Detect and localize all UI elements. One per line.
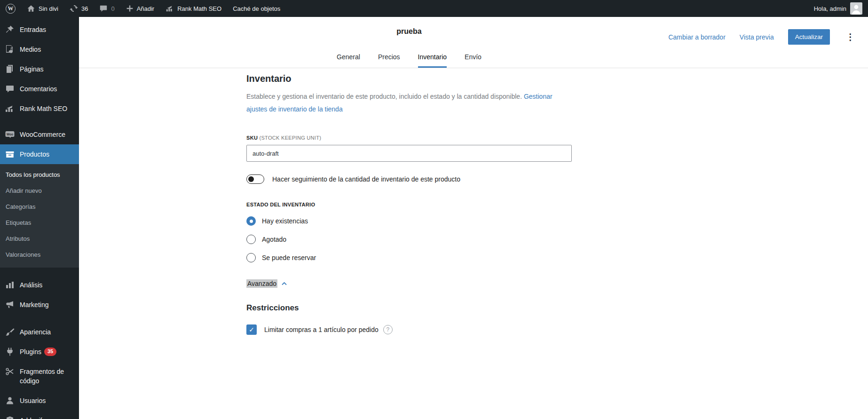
preview-link[interactable]: Vista previa [740, 33, 774, 41]
radio-label: Hay existencias [262, 217, 308, 225]
sidebar-item-entradas[interactable]: Entradas [0, 20, 79, 40]
limit-purchase-row: ✓ Limitar compras a 1 artículo por pedid… [246, 324, 572, 335]
sidebar-item-addonify[interactable]: Addonify [0, 411, 79, 419]
paintbrush-icon [5, 327, 15, 337]
editor-header: prueba General Precios Inventario Envío … [79, 17, 868, 68]
sidebar-item-productos[interactable]: Productos [0, 144, 79, 164]
advanced-toggle-label[interactable]: Avanzado [246, 279, 277, 288]
section-heading: Inventario [246, 73, 572, 84]
comments-indicator[interactable]: 0 [94, 0, 120, 17]
sidebar-item-label: Productos [20, 150, 49, 159]
rank-math-bar-item[interactable]: Rank Math SEO [160, 0, 227, 17]
sidebar-item-label: Páginas [20, 64, 44, 74]
submenu-item-label: Etiquetas [6, 219, 31, 226]
avatar [850, 2, 862, 15]
site-name-link[interactable]: Sin divi [21, 0, 64, 17]
comment-icon [99, 4, 108, 13]
chevron-up-icon[interactable] [281, 281, 287, 286]
stock-status-label: ESTADO DEL INVENTARIO [246, 202, 572, 207]
sidebar-item-paginas[interactable]: Páginas [0, 59, 79, 79]
sidebar-item-apariencia[interactable]: Apariencia [0, 322, 79, 342]
radio-out-of-stock[interactable] [246, 235, 256, 244]
sidebar-item-label: Análisis [20, 280, 42, 290]
sidebar-item-marketing[interactable]: Marketing [0, 295, 79, 315]
shield-icon [5, 416, 15, 419]
limit-purchase-checkbox[interactable]: ✓ [246, 324, 257, 335]
new-content-button[interactable]: Añadir [120, 0, 160, 17]
wordpress-logo[interactable]: W [0, 0, 21, 17]
update-icon [70, 4, 78, 13]
submenu-item-etiquetas[interactable]: Etiquetas [0, 215, 79, 231]
product-tabs: General Precios Inventario Envío [246, 53, 572, 68]
account-menu[interactable]: Hola, admin [808, 2, 868, 15]
products-box-icon [5, 150, 15, 159]
submenu-item-label: Categorías [6, 203, 36, 210]
sidebar-item-label: Medios [20, 45, 41, 54]
menu-separator [0, 268, 79, 275]
sidebar-item-label: Plugins 35 [20, 347, 56, 356]
sidebar-item-plugins[interactable]: Plugins 35 [0, 342, 79, 362]
submenu-item-atributos[interactable]: Atributos [0, 231, 79, 247]
sidebar-item-comentarios[interactable]: Comentarios [0, 79, 79, 99]
radio-in-stock[interactable] [246, 216, 256, 226]
sidebar-item-usuarios[interactable]: Usuarios [0, 391, 79, 411]
rank-math-icon [166, 4, 174, 13]
submenu-item-categorias[interactable]: Categorías [0, 199, 79, 215]
greeting-label: Hola, admin [814, 5, 846, 12]
admin-top-bar: W Sin divi 36 0 Añadir Rank Math SEO Cac… [0, 0, 868, 17]
sku-label: SKU [246, 135, 258, 141]
sku-input[interactable] [246, 145, 572, 162]
svg-text:Woo: Woo [7, 133, 13, 136]
header-actions: Cambiar a borrador Vista previa Actualiz… [668, 29, 857, 45]
menu-separator [0, 315, 79, 322]
sku-field-label: SKU (STOCK KEEPING UNIT) [246, 135, 572, 141]
home-icon [27, 4, 35, 13]
page-title: prueba [246, 27, 572, 36]
products-submenu: Todos los productos Añadir nuevo Categor… [0, 164, 79, 268]
rank-math-label: Rank Math SEO [177, 5, 221, 12]
pages-icon [5, 64, 15, 74]
object-cache-label: Caché de objetos [233, 5, 280, 12]
site-name-label: Sin divi [39, 5, 58, 12]
media-icon [5, 45, 15, 54]
radio-label: Se puede reservar [262, 254, 316, 261]
tab-precios[interactable]: Precios [378, 53, 400, 68]
submenu-item-label: Todos los productos [6, 171, 60, 178]
radio-row-in-stock: Hay existencias [246, 216, 572, 226]
radio-label: Agotado [262, 236, 286, 243]
tab-envio[interactable]: Envío [465, 53, 481, 68]
track-quantity-row: Hacer seguimiento de la cantidad de inve… [246, 174, 572, 184]
plugin-icon [5, 347, 15, 356]
tab-general[interactable]: General [337, 53, 360, 68]
limit-purchase-label: Limitar compras a 1 artículo por pedido [264, 326, 379, 333]
submenu-item-todos-los-productos[interactable]: Todos los productos [0, 167, 79, 183]
main-content: prueba General Precios Inventario Envío … [79, 0, 868, 363]
sidebar-item-medios[interactable]: Medios [0, 40, 79, 59]
sidebar-item-rank-math[interactable]: Rank Math SEO [0, 99, 79, 119]
sidebar-item-fragmentos[interactable]: Fragmentos de código [0, 362, 79, 391]
tab-inventario[interactable]: Inventario [418, 53, 447, 68]
sidebar-item-label: Apariencia [20, 327, 51, 337]
scissors-icon [5, 367, 15, 376]
switch-to-draft-link[interactable]: Cambiar a borrador [668, 33, 725, 41]
sidebar-item-woocommerce[interactable]: Woo WooCommerce [0, 125, 79, 144]
object-cache-item[interactable]: Caché de objetos [227, 0, 286, 17]
wordpress-logo-icon: W [6, 4, 16, 14]
section-description: Establece y gestiona el inventario de es… [246, 90, 572, 116]
submenu-item-anadir-nuevo[interactable]: Añadir nuevo [0, 183, 79, 199]
radio-backorder[interactable] [246, 253, 256, 262]
rank-math-icon [5, 104, 15, 113]
help-icon[interactable]: ? [383, 325, 393, 334]
pushpin-icon [5, 25, 15, 34]
toggle-knob [248, 176, 254, 182]
track-quantity-label: Hacer seguimiento de la cantidad de inve… [272, 175, 460, 183]
comments-count: 0 [111, 5, 114, 12]
updates-indicator[interactable]: 36 [64, 0, 94, 17]
submenu-item-valoraciones[interactable]: Valoraciones [0, 247, 79, 263]
plus-icon [126, 5, 134, 12]
track-quantity-toggle[interactable] [246, 174, 264, 184]
options-kebab-icon[interactable]: ⋮ [844, 32, 857, 42]
update-button[interactable]: Actualizar [788, 29, 830, 45]
sidebar-item-analisis[interactable]: Análisis [0, 275, 79, 295]
inventory-section: Inventario Establece y gestiona el inven… [246, 68, 572, 363]
